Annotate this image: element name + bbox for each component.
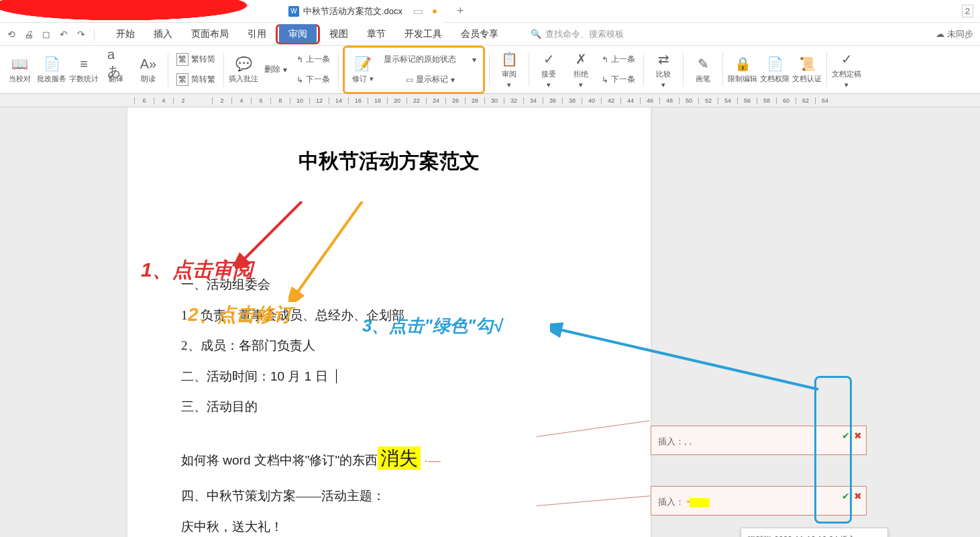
menu-dev[interactable]: 开发工具 — [395, 24, 451, 44]
next-change-button[interactable]: ↳ 下一条 — [598, 70, 639, 89]
doc-title: 中秋节活动方案范文 — [181, 148, 597, 175]
reject-button[interactable]: ✗拒绝 ▾ — [565, 49, 596, 91]
menu-layout[interactable]: 页面布局 — [182, 24, 238, 44]
comment-text: 插入： • — [658, 497, 710, 507]
menu-review[interactable]: 审阅 — [279, 24, 317, 43]
word-icon: W — [288, 6, 299, 17]
compare-icon: ⇄ — [655, 50, 672, 68]
review-icon: 📋 — [500, 50, 518, 68]
menu-section[interactable]: 章节 — [358, 24, 395, 44]
cert-icon: 📜 — [798, 55, 816, 72]
annotation-highlight-box-track: 📝修订 ▾ 显示标记的原始状态 ▾ ▭ 显示标记 ▾ — [343, 46, 485, 94]
translate-button[interactable]: aあ翻译 — [101, 49, 131, 91]
separator — [489, 53, 490, 87]
next-comment-button[interactable]: ↳ 下一条 — [292, 70, 334, 89]
lock-icon: 🔒 — [734, 55, 751, 72]
menu-insert[interactable]: 插入 — [144, 24, 182, 44]
separator — [643, 53, 644, 87]
annotation-step-3: 3、点击"绿色"勾√ — [362, 314, 502, 338]
separator — [826, 53, 827, 87]
key-icon: 📄 — [766, 55, 783, 72]
insert-comment-button[interactable]: 💬插入批注 — [228, 49, 259, 91]
wordcount-button[interactable]: ≡字数统计 — [68, 49, 99, 91]
highlighted-text: 消失 — [378, 446, 421, 470]
proofread-icon: 📖 — [11, 55, 28, 72]
annotation-arrow-orange — [288, 201, 369, 302]
pen-icon: ✎ — [694, 55, 712, 72]
annotation-highlight-box-review: 审阅 — [276, 24, 320, 44]
compare-button[interactable]: ⇄比较 ▾ — [648, 49, 679, 91]
comment-text: 插入：, , — [658, 436, 692, 446]
reject-icon: ✗ — [572, 50, 590, 68]
annotation-highlight-box-accept — [814, 376, 852, 524]
wordcount-icon: ≡ — [75, 55, 93, 72]
qat-icon-1[interactable]: ⟲ — [4, 27, 19, 42]
svg-line-1 — [295, 201, 362, 295]
proofread-button[interactable]: 📖当校对 — [4, 49, 35, 91]
speaker-icon: A» — [140, 55, 157, 72]
accept-icon: ✓ — [540, 50, 557, 68]
accept-button[interactable]: ✓接受 ▾ — [533, 49, 564, 91]
prev-change-button[interactable]: ↰ 上一条 — [598, 50, 639, 69]
horizontal-ruler[interactable]: 6422468101214161820222426283032343638404… — [0, 94, 980, 107]
menu-start[interactable]: 开始 — [107, 24, 144, 44]
track-changes-button[interactable]: 📝修订 ▾ — [347, 49, 378, 91]
window-mode-icon[interactable]: ▭ — [413, 5, 423, 17]
restrict-edit-button[interactable]: 🔒限制编辑 — [727, 49, 758, 91]
track-icon: 📝 — [354, 55, 372, 72]
cloud-icon: ☁ — [936, 29, 944, 39]
translate-icon: aあ — [107, 55, 125, 72]
doc-line: 如何将 word 文档中将"修订"的东西消失 ·— — [181, 436, 597, 481]
reject-revision-icon[interactable]: ✖ — [854, 491, 862, 501]
separator — [529, 53, 529, 87]
separator — [94, 28, 95, 40]
correction-icon: 📄 — [43, 55, 60, 72]
comment-icon: 💬 — [235, 55, 252, 72]
doc-line: 二、活动时间：10 月 1 日 — [181, 361, 597, 392]
separator — [722, 53, 723, 87]
qat-undo-icon[interactable]: ↶ — [56, 27, 71, 42]
separator — [223, 53, 224, 87]
qat-print-icon[interactable]: 🖨 — [21, 27, 36, 42]
review-pane-button[interactable]: 📋审阅 ▾ — [494, 49, 525, 91]
show-markup-button[interactable]: ▭ 显示标记 ▾ — [380, 70, 480, 89]
redaction-overlay — [0, 0, 268, 23]
check-icon: ✓ — [838, 50, 855, 68]
annotation-step-2: 2、点击修订 — [188, 302, 292, 328]
revision-tooltip: 咿呀哟 2022-11-16 10:24 插入：。 — [741, 528, 888, 537]
doc-line: 三、活动目的 — [181, 391, 597, 422]
search-icon: 🔍 — [531, 29, 541, 39]
separator — [683, 53, 684, 87]
certify-button[interactable]: 📜文档认证 — [792, 49, 822, 91]
doc-name: 中秋节活动方案范文.docx — [303, 5, 402, 17]
separator — [338, 53, 339, 87]
qat-redo-icon[interactable]: ↷ — [74, 27, 89, 42]
menu-member[interactable]: 会员专享 — [451, 24, 508, 44]
ink-button[interactable]: ✎画笔 — [688, 49, 718, 91]
corner-indicator: 2 — [962, 5, 973, 17]
doc-line: 庆中秋，送大礼！ — [181, 511, 597, 537]
permissions-button[interactable]: 📄文档权限 — [759, 49, 790, 91]
to-simplified-button[interactable]: 繁繁转简 — [172, 50, 219, 69]
qat-preview-icon[interactable]: ◻ — [39, 27, 54, 42]
to-traditional-button[interactable]: 繁简转繁 — [172, 70, 219, 89]
correction-button[interactable]: 📄批改服务 — [36, 49, 67, 91]
menu-ref[interactable]: 引用 — [238, 24, 276, 44]
command-search[interactable]: 🔍 查找命令、搜索模板 — [531, 28, 624, 40]
finalize-button[interactable]: ✓文档定稿 ▾ — [831, 49, 862, 91]
doc-line: 四、中秋节策划方案——活动主题： — [181, 481, 597, 511]
read-aloud-button[interactable]: A»朗读 — [133, 49, 164, 91]
sync-button[interactable]: ☁ 未同步 — [936, 28, 973, 40]
delete-comment-button[interactable]: 删除 ▾ — [260, 60, 291, 79]
separator — [168, 53, 168, 87]
document-tab[interactable]: W 中秋节活动方案范文.docx ▭ — [282, 0, 443, 23]
menu-tabs: 开始 插入 页面布局 引用 审阅 视图 章节 开发工具 会员专享 — [107, 24, 508, 44]
prev-comment-button[interactable]: ↰ 上一条 — [292, 50, 334, 69]
search-placeholder: 查找命令、搜索模板 — [545, 28, 624, 40]
menu-view[interactable]: 视图 — [320, 24, 358, 44]
unsaved-dot-icon — [433, 9, 437, 13]
new-tab-button[interactable]: + — [457, 4, 464, 18]
markup-state-dropdown[interactable]: 显示标记的原始状态 ▾ — [380, 50, 480, 69]
reject-revision-icon[interactable]: ✖ — [854, 430, 862, 441]
